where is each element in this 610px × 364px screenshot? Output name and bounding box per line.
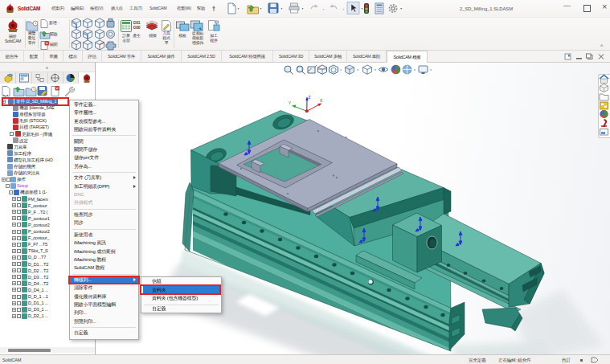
svg-text:X: X	[320, 98, 323, 103]
svg-text:Y: Y	[289, 100, 292, 105]
svg-text:Z: Z	[309, 95, 311, 100]
